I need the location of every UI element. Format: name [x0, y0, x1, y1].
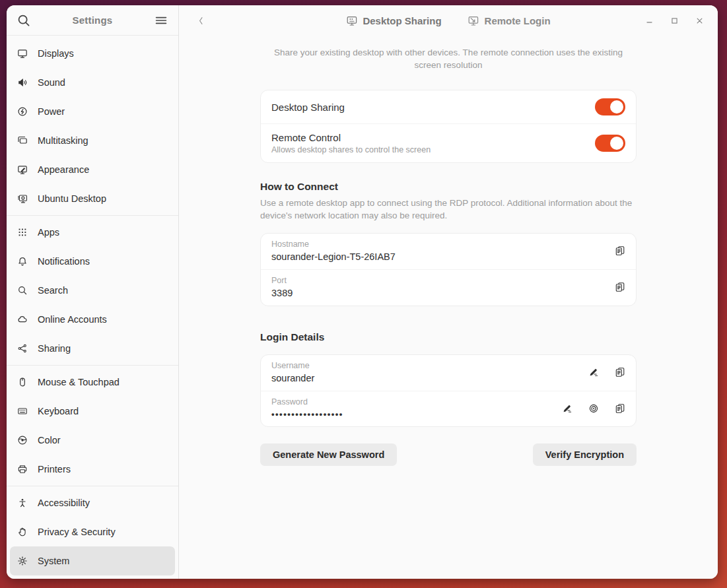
desktop-sharing-row-title: Desktop Sharing	[271, 102, 595, 113]
window-controls	[641, 13, 711, 28]
online-accounts-icon	[17, 314, 28, 325]
sidebar-item-label: Online Accounts	[38, 314, 107, 325]
tab-desktop-sharing[interactable]: Desktop Sharing	[346, 15, 441, 26]
password-label: Password	[271, 397, 562, 407]
sidebar-item-label: Sound	[38, 77, 65, 88]
username-label: Username	[271, 361, 588, 370]
sidebar-item-label: Appearance	[38, 164, 89, 175]
main-panel: Desktop Sharing Remote Login	[179, 5, 718, 579]
sidebar-item-ubuntu-desktop[interactable]: Ubuntu Desktop	[10, 184, 175, 213]
generate-new-password-button[interactable]: Generate New Password	[260, 443, 397, 466]
login-details-card: Username sourander Password ••••••••••••…	[260, 354, 637, 427]
sidebar-item-label: Mouse & Touchpad	[38, 377, 120, 387]
tab-label: Remote Login	[485, 15, 551, 26]
remote-control-row-title: Remote Control	[271, 132, 595, 143]
sidebar-item-keyboard[interactable]: Keyboard	[10, 397, 175, 426]
minimize-button[interactable]	[641, 13, 657, 28]
sidebar-item-printers[interactable]: Printers	[10, 455, 175, 484]
back-button[interactable]	[191, 11, 211, 30]
sidebar-item-label: Displays	[38, 48, 74, 59]
main-header: Desktop Sharing Remote Login	[179, 5, 718, 36]
sidebar-item-label: Search	[38, 285, 68, 296]
sharing-icon	[17, 343, 28, 354]
sidebar-item-label: Privacy & Security	[38, 527, 116, 537]
action-buttons: Generate New Password Verify Encryption	[260, 443, 637, 466]
sidebar-separator	[7, 486, 178, 486]
sidebar-item-label: Keyboard	[38, 406, 79, 416]
sidebar-title: Settings	[31, 15, 154, 26]
sidebar-item-color[interactable]: Color	[10, 426, 175, 455]
sidebar-item-mouse-touchpad[interactable]: Mouse & Touchpad	[10, 368, 175, 397]
sidebar-item-appearance[interactable]: Appearance	[10, 155, 175, 184]
sidebar-separator	[7, 215, 178, 216]
desktop-sharing-toggle[interactable]	[595, 98, 625, 115]
search-icon[interactable]	[17, 13, 31, 28]
edit-icon[interactable]	[588, 367, 599, 377]
notifications-icon	[17, 256, 28, 267]
remote-control-row: Remote Control Allows desktop shares to …	[261, 123, 636, 162]
appearance-icon	[17, 164, 28, 175]
maximize-button[interactable]	[666, 13, 682, 28]
close-button[interactable]	[691, 13, 707, 28]
sidebar-item-accessibility[interactable]: Accessibility	[10, 488, 175, 517]
sidebar-item-label: System	[38, 556, 69, 566]
displays-icon	[17, 48, 28, 59]
tab-label: Desktop Sharing	[363, 15, 441, 26]
tab-remote-login[interactable]: Remote Login	[468, 15, 551, 26]
sidebar-item-label: Color	[38, 435, 61, 445]
hostname-label: Hostname	[271, 240, 615, 249]
remote-control-toggle[interactable]	[595, 135, 625, 152]
sidebar-item-system[interactable]: System	[10, 546, 175, 575]
hostname-value: sourander-Legion-T5-26IAB7	[271, 251, 615, 262]
port-label: Port	[271, 276, 615, 285]
password-value: ••••••••••••••••••	[271, 409, 562, 419]
system-gear-icon	[17, 556, 28, 566]
apps-icon	[17, 227, 28, 238]
remote-control-row-subtitle: Allows desktop shares to control the scr…	[271, 145, 595, 154]
sidebar-item-privacy-security[interactable]: Privacy & Security	[10, 517, 175, 546]
view-switcher: Desktop Sharing Remote Login	[346, 15, 550, 26]
sidebar-item-apps[interactable]: Apps	[10, 218, 175, 247]
copy-icon[interactable]	[615, 367, 625, 377]
sidebar-item-sound[interactable]: Sound	[10, 68, 175, 97]
sidebar-list: Displays Sound Power Multitasking Appear…	[7, 36, 178, 579]
username-row: Username sourander	[261, 355, 636, 391]
remote-login-icon	[468, 15, 479, 26]
sidebar-item-label: Ubuntu Desktop	[38, 193, 106, 204]
sidebar-item-sharing[interactable]: Sharing	[10, 334, 175, 363]
how-to-connect-description: Use a remote desktop app to connect usin…	[260, 197, 637, 222]
sidebar-item-multitasking[interactable]: Multitasking	[10, 126, 175, 155]
copy-icon[interactable]	[615, 403, 625, 414]
sidebar-item-search[interactable]: Search	[10, 276, 175, 305]
sidebar-item-label: Notifications	[38, 256, 90, 267]
sidebar-item-label: Accessibility	[38, 498, 90, 508]
sharing-toggles-card: Desktop Sharing Remote Control Allows de…	[260, 90, 637, 163]
password-row: Password ••••••••••••••••••	[261, 391, 636, 426]
login-details-heading: Login Details	[260, 331, 637, 343]
sidebar-separator	[7, 365, 178, 366]
sidebar-header: Settings	[7, 5, 178, 36]
sidebar-item-label: Sharing	[38, 343, 71, 354]
toggle-knob	[610, 137, 623, 150]
search-icon	[17, 285, 28, 296]
sidebar-item-label: Multitasking	[38, 135, 88, 146]
connection-card: Hostname sourander-Legion-T5-26IAB7 Port…	[260, 233, 637, 306]
ubuntu-desktop-icon	[17, 193, 28, 204]
copy-icon[interactable]	[615, 245, 625, 256]
verify-encryption-button[interactable]: Verify Encryption	[533, 443, 637, 466]
how-to-connect-heading: How to Connect	[260, 181, 637, 193]
username-value: sourander	[271, 373, 588, 383]
edit-icon[interactable]	[562, 403, 572, 414]
desktop-sharing-icon	[346, 15, 357, 26]
hostname-row: Hostname sourander-Legion-T5-26IAB7	[261, 234, 636, 269]
privacy-hand-icon	[17, 527, 28, 537]
multitasking-icon	[17, 135, 28, 146]
hamburger-menu-icon[interactable]	[154, 13, 168, 28]
reveal-password-eye-icon[interactable]	[588, 403, 599, 414]
sidebar-item-notifications[interactable]: Notifications	[10, 247, 175, 276]
sidebar-item-online-accounts[interactable]: Online Accounts	[10, 305, 175, 334]
port-row: Port 3389	[261, 269, 636, 306]
sidebar-item-displays[interactable]: Displays	[10, 39, 175, 68]
sidebar-item-power[interactable]: Power	[10, 97, 175, 126]
copy-icon[interactable]	[615, 282, 625, 292]
